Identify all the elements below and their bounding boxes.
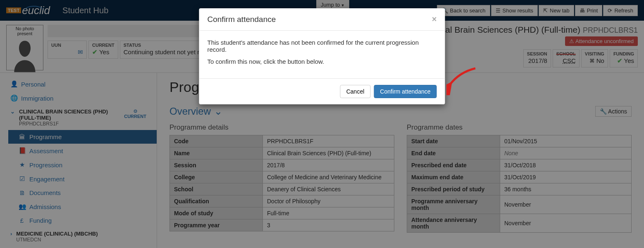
close-button[interactable]: × — [432, 14, 437, 24]
modal-text-2: To confirm this now, click the button be… — [208, 58, 437, 65]
confirm-attendance-modal: Confirm attendance × This student's atte… — [199, 8, 445, 104]
cancel-button[interactable]: Cancel — [340, 85, 371, 98]
modal-text-1: This student's attendance has not been c… — [208, 39, 437, 53]
modal-title: Confirm attendance — [208, 15, 276, 24]
confirm-attendance-button[interactable]: Confirm attendance — [374, 85, 436, 98]
